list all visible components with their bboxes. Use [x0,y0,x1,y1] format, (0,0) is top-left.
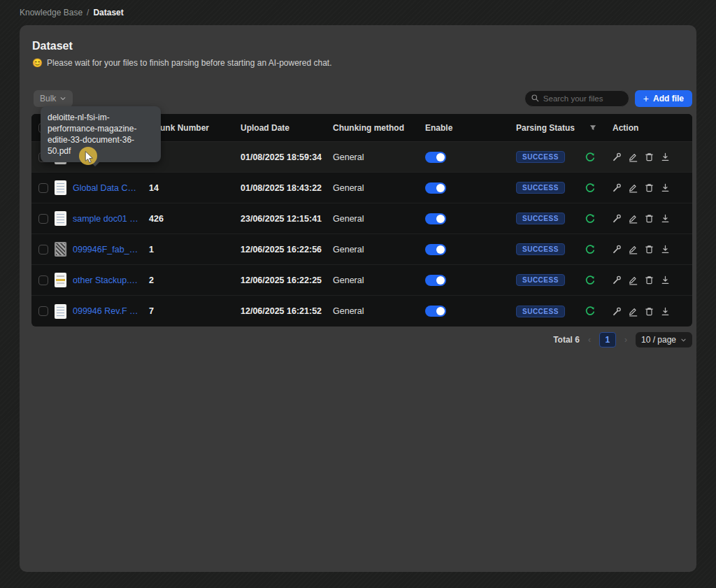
pagination-next-button[interactable]: › [624,335,627,345]
tool-icon[interactable] [612,275,622,286]
add-file-label: Add file [653,94,684,103]
bulk-button[interactable]: Bulk [34,90,73,107]
parsing-status-badge: SUCCESS [516,243,565,255]
chevron-down-icon [680,337,687,343]
table-row: 099946 Rev.F spe... 7 12/06/2025 16:21:5… [31,296,692,327]
upload-date: 12/06/2025 16:21:52 [235,306,327,316]
delete-icon[interactable] [644,182,654,194]
delete-icon[interactable] [644,275,654,286]
tool-icon[interactable] [612,152,622,163]
filename-tooltip: deloitte-nl-fsi-im-performance-magazine-… [41,106,161,162]
pagination: Total 6 ‹ 1 › 10 / page [553,332,692,347]
chunk-number: 2 [143,275,235,285]
smiley-emoji-icon: 😊 [32,58,43,68]
enable-toggle[interactable] [425,182,446,194]
upload-date: 01/08/2025 18:59:34 [235,152,327,162]
download-icon[interactable] [660,275,671,286]
table-row: Global Data Centr... 14 01/08/2025 18:43… [31,173,692,203]
tool-icon[interactable] [612,213,622,224]
file-thumbnail-icon [55,273,66,287]
add-file-button[interactable]: + Add file [635,90,692,107]
chunk-number: 7 [143,306,235,316]
page-title: Dataset [32,40,73,52]
chevron-down-icon [59,95,66,102]
chunking-method: General [327,275,420,285]
delete-icon[interactable] [644,244,654,255]
upload-date: 12/06/2025 16:22:25 [235,275,327,285]
edit-icon[interactable] [628,306,638,317]
row-checkbox[interactable] [38,306,48,316]
dataset-panel: Dataset 😊 Please wait for your files to … [20,25,696,572]
parsing-hint: 😊 Please wait for your files to finish p… [32,58,332,68]
edit-icon[interactable] [628,182,638,194]
reparse-icon[interactable] [585,306,596,317]
search-input[interactable] [543,94,620,103]
pagination-prev-button[interactable]: ‹ [588,335,591,345]
table-body: deloitte-nl-fsi-im-... 25 01/08/2025 18:… [31,142,692,327]
pagination-page-1[interactable]: 1 [599,332,616,347]
row-checkbox[interactable] [38,275,48,285]
column-header-parsing-status: Parsing Status [516,123,575,133]
table-row: sample doc01 for ... 426 23/06/2025 12:1… [31,203,692,234]
page-size-select[interactable]: 10 / page [636,332,692,347]
parsing-status-badge: SUCCESS [516,182,565,194]
enable-toggle[interactable] [425,213,446,224]
enable-toggle[interactable] [425,306,446,317]
breadcrumb-dataset: Dataset [93,8,123,17]
plus-icon: + [643,94,649,103]
file-name-link[interactable]: 099946 Rev.F spe... [73,306,139,316]
edit-icon[interactable] [628,244,638,255]
reparse-icon[interactable] [585,213,596,224]
bulk-button-label: Bulk [40,94,56,103]
file-thumbnail-icon [55,304,66,319]
table-row: other Stackup.pdf 2 12/06/2025 16:22:25 … [31,265,692,296]
upload-date: 12/06/2025 16:22:56 [235,245,327,254]
reparse-icon[interactable] [585,275,596,286]
file-thumbnail-icon [55,211,66,226]
parsing-status-badge: SUCCESS [516,213,565,224]
edit-icon[interactable] [628,275,638,286]
delete-icon[interactable] [644,306,654,317]
tool-icon[interactable] [612,306,622,317]
tool-icon[interactable] [612,244,622,255]
enable-toggle[interactable] [425,244,446,255]
parsing-status-badge: SUCCESS [516,274,565,286]
file-name-link[interactable]: 099946F_fab_de... [73,245,139,254]
breadcrumb-separator: / [87,8,89,17]
page-size-value: 10 / page [641,335,676,345]
file-thumbnail-icon [55,180,66,195]
chunking-method: General [327,306,420,316]
upload-date: 01/08/2025 18:43:22 [235,183,327,193]
download-icon[interactable] [660,244,671,255]
delete-icon[interactable] [644,152,654,163]
edit-icon[interactable] [628,213,638,224]
download-icon[interactable] [660,306,671,317]
download-icon[interactable] [660,152,671,163]
file-name-link[interactable]: Global Data Centr... [73,183,139,193]
reparse-icon[interactable] [585,152,596,163]
tool-icon[interactable] [612,182,622,194]
download-icon[interactable] [660,182,671,194]
chunking-method: General [327,183,420,193]
reparse-icon[interactable] [585,182,596,194]
file-name-link[interactable]: sample doc01 for ... [73,214,139,224]
breadcrumb: Knowledge Base/Dataset [20,8,124,17]
parsing-status-badge: SUCCESS [516,306,565,317]
delete-icon[interactable] [644,213,654,224]
filter-funnel-icon[interactable] [589,124,597,132]
row-checkbox[interactable] [38,245,48,254]
parsing-hint-text: Please wait for your files to finish par… [47,58,332,68]
edit-icon[interactable] [628,152,638,163]
reparse-icon[interactable] [585,244,596,255]
enable-toggle[interactable] [425,152,446,163]
file-name-link[interactable]: other Stackup.pdf [73,275,139,285]
enable-toggle[interactable] [425,275,446,286]
search-box [524,90,629,107]
breadcrumb-knowledge-base[interactable]: Knowledge Base [20,8,83,17]
upload-date: 23/06/2025 12:15:41 [235,214,327,224]
table-row: 099946F_fab_de... 1 12/06/2025 16:22:56 … [31,234,692,265]
row-checkbox[interactable] [38,183,48,193]
download-icon[interactable] [660,213,671,224]
parsing-status-badge: SUCCESS [516,151,565,163]
row-checkbox[interactable] [38,214,48,224]
